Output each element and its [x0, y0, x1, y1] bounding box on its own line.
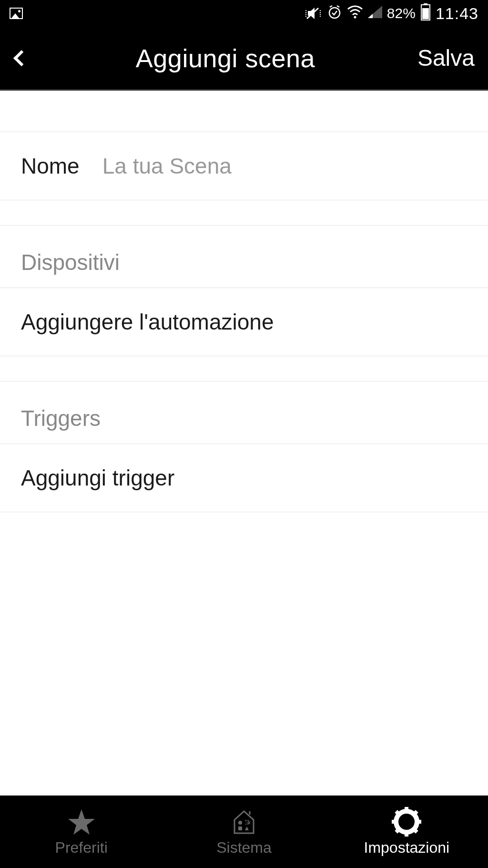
vibrate-mute-icon: [305, 6, 322, 21]
alarm-icon: [327, 4, 342, 23]
battery-percentage: 82%: [387, 5, 416, 21]
svg-point-3: [329, 8, 340, 18]
status-right: ↕ 82% 11:43: [305, 3, 478, 24]
status-time: 11:43: [436, 4, 478, 23]
status-left: [10, 8, 23, 19]
nav-settings[interactable]: Impostazioni: [325, 796, 488, 868]
svg-rect-14: [238, 827, 242, 830]
scene-name-input[interactable]: [102, 153, 467, 179]
triggers-section-header: Triggers: [0, 381, 488, 444]
svg-rect-17: [405, 807, 408, 812]
nav-settings-label: Impostazioni: [364, 839, 450, 857]
svg-rect-20: [417, 820, 421, 824]
svg-text:✕: ✕: [247, 820, 251, 826]
house-icon: ✕: [230, 807, 258, 836]
nav-system-label: Sistema: [216, 839, 272, 857]
name-label: Nome: [21, 153, 80, 179]
chevron-left-icon: [13, 50, 30, 66]
signal-icon: [368, 5, 382, 21]
svg-line-4: [330, 6, 332, 7]
devices-section-header: Dispositivi: [0, 225, 488, 288]
picture-icon: [10, 8, 23, 19]
gear-icon: [392, 807, 421, 836]
svg-point-12: [238, 821, 242, 825]
bottom-nav: Preferiti ✕ Sistema: [0, 796, 488, 868]
svg-point-16: [400, 816, 413, 828]
svg-line-5: [337, 6, 339, 7]
svg-rect-10: [422, 8, 429, 19]
add-automation-item[interactable]: Aggiungere l'automazione: [0, 288, 488, 356]
nav-favorites-label: Preferiti: [55, 839, 108, 857]
add-trigger-item[interactable]: Aggiungi trigger: [0, 444, 488, 512]
main-content: Nome Dispositivi Aggiungere l'automazion…: [0, 91, 488, 512]
svg-rect-18: [405, 832, 408, 837]
svg-rect-19: [392, 820, 396, 824]
battery-icon: [420, 3, 431, 24]
svg-text:↕: ↕: [354, 16, 356, 19]
star-icon: [67, 807, 96, 836]
page-title: Aggiungi scena: [136, 43, 315, 73]
nav-favorites[interactable]: Preferiti: [0, 796, 163, 868]
back-button[interactable]: [10, 46, 33, 70]
status-bar: ↕ 82% 11:43: [0, 0, 488, 27]
save-button[interactable]: Salva: [417, 45, 475, 71]
wifi-icon: ↕: [347, 5, 363, 22]
app-header: Aggiungi scena Salva: [0, 27, 488, 91]
nav-system[interactable]: ✕ Sistema: [163, 796, 325, 868]
name-row[interactable]: Nome: [0, 132, 488, 200]
